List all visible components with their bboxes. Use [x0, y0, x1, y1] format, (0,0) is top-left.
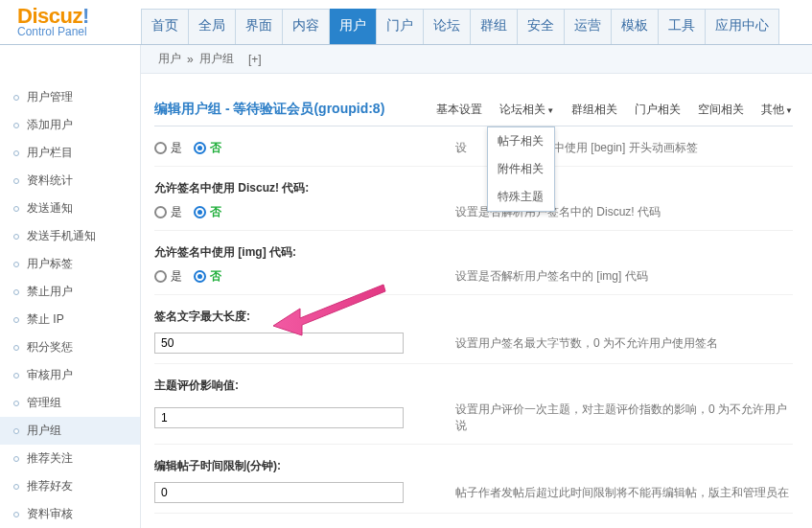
bullet-icon: [13, 123, 19, 128]
row-desc: 设置用户签名最大字节数，0 为不允许用户使用签名: [455, 335, 793, 352]
sidebar-item-label: 推荐关注: [27, 450, 73, 467]
sidebar-item-label: 添加用户: [27, 117, 73, 133]
crumb-sep: »: [187, 53, 194, 66]
radio-circle-icon: [154, 206, 167, 218]
sidebar-item-label: 资料审核: [27, 506, 73, 522]
sidebar-item-15[interactable]: 资料审核: [0, 500, 140, 528]
subtab-5[interactable]: 其他▼: [761, 102, 793, 118]
radio-label: 否: [210, 268, 221, 285]
top-nav: 首页全局界面内容用户门户论坛群组安全运营模板工具应用中心: [141, 0, 779, 44]
sidebar-item-label: 用户组: [27, 423, 61, 439]
radio-yes[interactable]: 是: [154, 268, 182, 285]
sidebar-item-label: 用户管理: [27, 89, 73, 105]
sidebar-item-label: 审核用户: [27, 367, 73, 383]
sidebar-item-8[interactable]: 禁止 IP: [0, 306, 140, 333]
form-row-5: 编辑帖子时间限制(分钟):帖子作者发帖后超过此时间限制将不能再编辑帖，版主和管理…: [154, 445, 793, 514]
form-row-3: 签名文字最大长度:设置用户签名最大字节数，0 为不允许用户使用签名: [154, 295, 793, 364]
chevron-down-icon: ▼: [546, 106, 554, 115]
sidebar-item-14[interactable]: 推荐好友: [0, 472, 140, 500]
topnav-item-11[interactable]: 工具: [659, 9, 706, 44]
subtab-3[interactable]: 门户相关: [635, 102, 681, 118]
subtab-2[interactable]: 群组相关: [571, 102, 617, 118]
radio-yes[interactable]: 是: [154, 204, 182, 220]
main-area: 用户 » 用户组 [+] 编辑用户组 - 等待验证会员(groupid:8) 基…: [141, 45, 812, 528]
sidebar-item-13[interactable]: 推荐关注: [0, 445, 140, 472]
crumb-add[interactable]: [+]: [248, 53, 262, 66]
bullet-icon: [13, 484, 19, 490]
topnav-item-12[interactable]: 应用中心: [706, 9, 779, 44]
row-label: 允许签名中使用 Discuz! 代码:: [154, 180, 793, 196]
topnav-item-10[interactable]: 模板: [612, 9, 659, 44]
sidebar-item-12[interactable]: 用户组: [0, 417, 140, 445]
bullet-icon: [13, 262, 19, 267]
subtab-1[interactable]: 论坛相关▼: [499, 102, 554, 118]
sidebar-item-label: 积分奖惩: [27, 339, 73, 356]
row-control: [154, 407, 452, 428]
sidebar-item-4[interactable]: 发送通知: [0, 195, 140, 222]
forum-related-dropdown: 帖子相关附件相关特殊主题: [487, 126, 555, 212]
topnav-item-7[interactable]: 群组: [471, 9, 518, 44]
row-label: 主题评价影响值:: [154, 378, 793, 394]
row-desc: 设置用户评价一次主题，对主题评价指数的影响，0 为不允许用户说: [455, 402, 793, 434]
text-input-5[interactable]: [154, 482, 404, 503]
radio-no[interactable]: 否: [194, 140, 221, 156]
subtab-4[interactable]: 空间相关: [698, 102, 744, 118]
row-label: 编辑帖子时间限制(分钟):: [154, 458, 793, 474]
sidebar-item-0[interactable]: 用户管理: [0, 83, 140, 111]
bullet-icon: [13, 428, 19, 434]
radio-no[interactable]: 否: [194, 268, 221, 285]
bullet-icon: [13, 234, 19, 240]
radio-yes[interactable]: 是: [154, 140, 182, 156]
topnav-item-4[interactable]: 用户: [330, 9, 377, 44]
sidebar-item-9[interactable]: 积分奖惩: [0, 333, 140, 361]
topnav-item-3[interactable]: 内容: [283, 9, 330, 44]
sidebar-item-2[interactable]: 用户栏目: [0, 139, 140, 167]
topnav-item-8[interactable]: 安全: [518, 9, 565, 44]
row-control: 是否: [154, 268, 452, 285]
radio-label: 是: [171, 268, 182, 285]
text-input-3[interactable]: [154, 333, 404, 354]
crumb-usergroup[interactable]: 用户组: [199, 51, 234, 67]
bullet-icon: [13, 512, 19, 517]
subtab-0[interactable]: 基本设置: [436, 102, 482, 118]
row-label: 签名文字最大长度:: [154, 309, 793, 325]
sidebar-item-label: 用户标签: [27, 256, 73, 272]
row-label: 允许签名中使用 [img] 代码:: [154, 244, 793, 261]
topnav-item-5[interactable]: 门户: [377, 9, 424, 44]
bullet-icon: [13, 373, 19, 379]
radio-circle-icon: [154, 142, 167, 154]
dropdown-item-2[interactable]: 特殊主题: [488, 183, 554, 211]
sidebar-item-1[interactable]: 添加用户: [0, 111, 140, 139]
topnav-item-9[interactable]: 运营: [565, 9, 612, 44]
sidebar-item-3[interactable]: 资料统计: [0, 167, 140, 195]
sidebar-item-7[interactable]: 禁止用户: [0, 278, 140, 306]
sidebar-item-label: 禁止 IP: [27, 311, 64, 328]
radio-circle-icon: [194, 270, 206, 283]
sidebar-item-10[interactable]: 审核用户: [0, 361, 140, 389]
chevron-down-icon: ▼: [785, 106, 793, 115]
topnav-item-0[interactable]: 首页: [141, 9, 189, 44]
text-input-4[interactable]: [154, 407, 404, 428]
bullet-icon: [13, 95, 19, 101]
topnav-item-1[interactable]: 全局: [189, 9, 236, 44]
form-row-2: 允许签名中使用 [img] 代码:是否设置是否解析用户签名中的 [img] 代码: [154, 231, 793, 295]
sidebar-item-5[interactable]: 发送手机通知: [0, 222, 140, 250]
dropdown-item-1[interactable]: 附件相关: [488, 155, 554, 183]
sidebar-item-11[interactable]: 管理组: [0, 389, 140, 417]
radio-label: 否: [210, 140, 221, 156]
radio-no[interactable]: 否: [194, 204, 221, 220]
sidebar-item-label: 发送手机通知: [27, 228, 96, 244]
crumb-user[interactable]: 用户: [158, 51, 181, 67]
sidebar-item-label: 资料统计: [27, 172, 73, 189]
radio-circle-icon: [154, 270, 167, 283]
bullet-icon: [13, 345, 19, 351]
topnav-item-2[interactable]: 界面: [236, 9, 283, 44]
sidebar-item-label: 禁止用户: [27, 284, 73, 300]
radio-label: 是: [171, 140, 182, 156]
bullet-icon: [13, 456, 19, 462]
row-control: 是否: [154, 140, 452, 156]
sidebar-item-6[interactable]: 用户标签: [0, 250, 140, 278]
dropdown-item-0[interactable]: 帖子相关: [488, 127, 554, 155]
topnav-item-6[interactable]: 论坛: [424, 9, 471, 44]
row-desc: 帖子作者发帖后超过此时间限制将不能再编辑帖，版主和管理员在: [455, 485, 793, 501]
